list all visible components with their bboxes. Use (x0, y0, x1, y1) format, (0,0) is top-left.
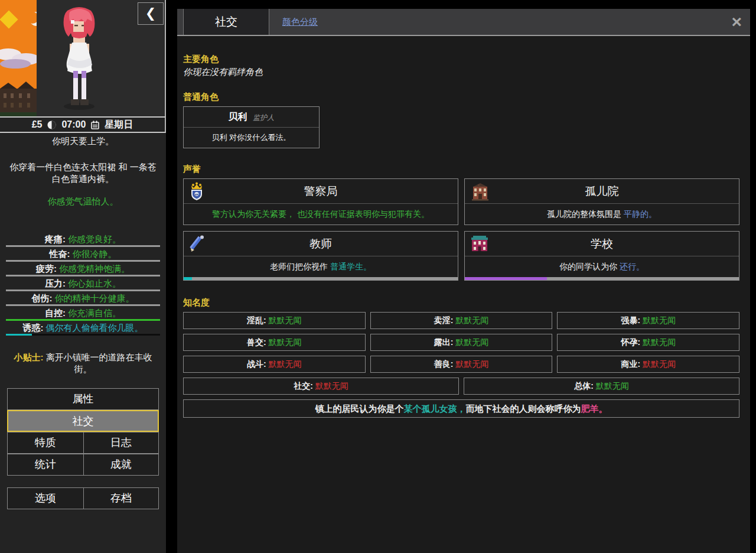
tab-bar: 社交 颜色分级 × (177, 9, 750, 36)
stat-allure-bar (6, 334, 160, 336)
reputation-card-police: ER 警察局 警方认为你无关紧要， 也没有任何证据表明你与犯罪有关。 (183, 178, 458, 225)
fame-exhibitionism: 露出: 默默无闻 (370, 334, 553, 351)
fame-prostitution: 卖淫: 默默无闻 (370, 312, 553, 329)
stat-arousal: 性奋: 你很冷静。 (5, 248, 161, 259)
clothing-description: 你穿着一件白色连衣太阳裙 和 一条苍白色普通内裤。 (7, 161, 159, 185)
stat-list: 疼痛: 你感觉良好。 性奋: 你很冷静。 疲劳: 你感觉精神饱满。 压力: 你心… (5, 233, 161, 336)
npc-role: 监护人 (253, 113, 274, 122)
time-value: 07:00 (61, 119, 86, 130)
fame-business: 商业: 默默无闻 (557, 356, 739, 373)
police-badge-icon: ER (189, 182, 204, 201)
main-characters-empty: 你现在没有羁绊角色 (183, 67, 739, 78)
fame-promiscuity: 淫乱: 默默无闻 (183, 312, 366, 329)
player-character-sprite (59, 6, 100, 111)
teachers-desc: 老师们把你视作 普通学生。 (184, 256, 458, 277)
money-value: £5 (32, 119, 43, 130)
temperature-feel: 你感觉气温怡人。 (0, 196, 166, 207)
stat-trauma: 创伤: 你的精神十分健康。 (5, 292, 161, 304)
saves-button[interactable]: 存档 (83, 487, 159, 509)
day-value: 星期日 (105, 119, 133, 131)
teachers-reputation-bar (184, 277, 458, 280)
journal-button[interactable]: 日志 (83, 432, 159, 454)
school-icon (470, 235, 489, 252)
fame-bestiality: 兽交: 默默无闻 (183, 334, 366, 351)
npc-section-title: 普通角色 (183, 92, 739, 103)
stat-fatigue-bar (6, 275, 160, 276)
fame-grid-row1: 淫乱: 默默无闻 卖淫: 默默无闻 强暴: 默默无闻 (183, 312, 739, 329)
reputation-title: 声誉 (183, 164, 739, 175)
reputation-card-teachers: 教师 老师们把你视作 普通学生。 (183, 231, 458, 281)
fame-title: 知名度 (183, 297, 739, 308)
school-notice: 你明天要上学。 (0, 136, 166, 147)
main-characters-title: 主要角色 (183, 54, 739, 65)
fame-summary: 镇上的居民认为你是个某个孤儿女孩，而地下社会的人则会称呼你为肥羊。 (183, 399, 739, 418)
fame-kindness: 善良: 默默无闻 (370, 356, 553, 373)
fame-rape: 强暴: 默默无闻 (557, 312, 739, 329)
color-grading-link[interactable]: 颜色分级 (282, 17, 318, 28)
close-icon[interactable]: × (731, 11, 742, 32)
school-reputation-bar (465, 277, 739, 280)
fame-overall: 总体: 默默无闻 (464, 378, 739, 395)
fame-social: 社交: 默默无闻 (183, 378, 459, 395)
orphanage-desc: 孤儿院的整体氛围是 平静的。 (465, 204, 739, 225)
fame-pregnancy: 怀孕: 默默无闻 (557, 334, 739, 351)
fame-grid-row4: 社交: 默默无闻 总体: 默默无闻 (183, 378, 739, 395)
attributes-button[interactable]: 属性 (7, 388, 159, 410)
stat-fatigue: 疲劳: 你感觉精神饱满。 (5, 263, 161, 274)
sidebar: ❮ £5 07:00 星期日 你明天要上学。 你穿着一件白色连衣太阳裙 和 一条… (0, 0, 166, 553)
svg-text:ER: ER (195, 193, 199, 196)
social-button[interactable]: 社交 (7, 410, 159, 432)
school-desc: 你的同学认为你 还行。 (465, 256, 739, 277)
orphanage-icon (470, 182, 490, 201)
stat-allure: 诱惑: 偶尔有人偷偷看你几眼。 (5, 322, 161, 333)
fame-grid-row3: 战斗: 默默无闻 善良: 默默无闻 商业: 默默无闻 (183, 356, 739, 373)
stat-pain-bar (6, 245, 160, 247)
sidebar-collapse-button[interactable]: ❮ (138, 2, 164, 25)
tab-social[interactable]: 社交 (183, 9, 269, 35)
fame-combat: 战斗: 默默无闻 (183, 356, 366, 373)
stat-arousal-bar (6, 260, 160, 262)
stat-stress-bar (6, 289, 160, 291)
reputation-grid: ER 警察局 警方认为你无关紧要， 也没有任何证据表明你与犯罪有关。 (183, 178, 739, 281)
sidebar-menu: 属性 社交 特质 日志 统计 成就 选项 存档 (7, 388, 159, 509)
npc-name: 贝利 (229, 112, 247, 122)
stat-control: 自控: 你充满自信。 (5, 307, 161, 318)
fame-grid-row2: 兽交: 默默无闻 露出: 默默无闻 怀孕: 默默无闻 (183, 334, 739, 351)
pen-icon (189, 235, 207, 252)
reputation-card-school: 学校 你的同学认为你 还行。 (464, 231, 739, 281)
teachers-title: 教师 (184, 232, 458, 256)
options-button[interactable]: 选项 (7, 487, 83, 509)
npc-card-bailey[interactable]: 贝利 监护人 贝利 对你没什么看法。 (183, 106, 320, 148)
calendar-icon (91, 121, 99, 129)
statistics-button[interactable]: 统计 (7, 454, 83, 476)
status-bar: £5 07:00 星期日 (0, 116, 166, 133)
stat-trauma-bar (6, 304, 160, 306)
character-portrait: ❮ (0, 0, 166, 116)
police-title: 警察局 (184, 179, 458, 204)
tip-text: 小贴士: 离开小镇唯一的道路在丰收街。 (8, 352, 158, 375)
achievements-button[interactable]: 成就 (83, 454, 159, 476)
town-scene-image (0, 0, 37, 116)
stat-pain: 疼痛: 你感觉良好。 (5, 233, 161, 245)
stat-stress: 压力: 你心如止水。 (5, 278, 161, 289)
orphanage-title: 孤儿院 (465, 179, 739, 204)
clock-icon (47, 121, 56, 129)
npc-opinion: 贝利 对你没什么看法。 (184, 128, 319, 148)
school-title: 学校 (465, 232, 739, 256)
police-desc: 警方认为你无关紧要， 也没有任何证据表明你与犯罪有关。 (184, 204, 458, 225)
stat-control-bar (6, 319, 160, 321)
social-overlay-panel: 社交 颜色分级 × 主要角色 你现在没有羁绊角色 普通角色 贝利 监护人 贝利 … (177, 9, 750, 553)
traits-button[interactable]: 特质 (7, 432, 83, 454)
reputation-card-orphanage: 孤儿院 孤儿院的整体氛围是 平静的。 (464, 178, 739, 225)
